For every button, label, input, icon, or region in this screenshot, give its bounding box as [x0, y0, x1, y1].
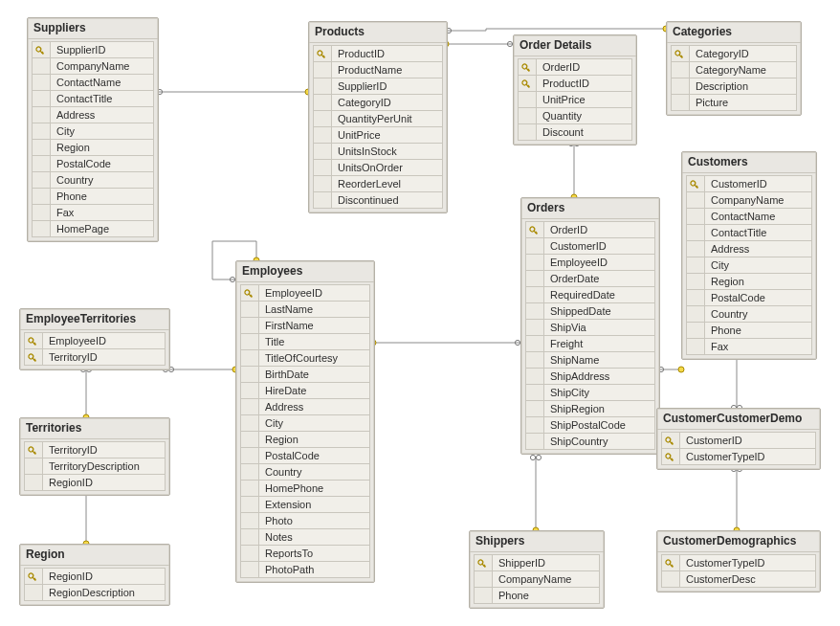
table-orders[interactable]: OrdersOrderIDCustomerIDEmployeeIDOrderDa… [520, 197, 660, 455]
table-title[interactable]: Orders [521, 198, 659, 219]
column-row[interactable]: OrderID [518, 58, 632, 76]
table-title[interactable]: EmployeeTerritories [20, 309, 169, 330]
column-row[interactable]: EmployeeID [240, 284, 370, 302]
table-title[interactable]: Customers [682, 152, 816, 173]
column-row[interactable]: HireDate [240, 382, 370, 399]
column-row[interactable]: Country [686, 305, 812, 323]
column-row[interactable]: ReportsTo [240, 545, 370, 562]
column-row[interactable]: ContactTitle [32, 90, 154, 107]
column-row[interactable]: Phone [474, 587, 600, 604]
column-row[interactable]: CustomerID [661, 432, 816, 449]
column-row[interactable]: ShipAddress [525, 368, 655, 385]
column-row[interactable]: CustomerTypeID [661, 554, 816, 571]
column-row[interactable]: FirstName [240, 317, 370, 334]
column-row[interactable]: PostalCode [240, 447, 370, 464]
column-row[interactable]: City [32, 123, 154, 140]
column-row[interactable]: Notes [240, 528, 370, 546]
column-row[interactable]: Freight [525, 335, 655, 352]
column-row[interactable]: LastName [240, 301, 370, 318]
column-row[interactable]: Region [686, 273, 812, 290]
column-row[interactable]: PhotoPath [240, 561, 370, 578]
column-row[interactable]: Fax [32, 204, 154, 221]
table-categories[interactable]: CategoriesCategoryIDCategoryNameDescript… [666, 21, 802, 116]
column-row[interactable]: UnitsInStock [313, 143, 443, 160]
table-suppliers[interactable]: SuppliersSupplierIDCompanyNameContactNam… [27, 17, 159, 242]
column-row[interactable]: CategoryName [671, 61, 797, 78]
column-row[interactable]: ShipCity [525, 384, 655, 401]
table-shippers[interactable]: ShippersShipperIDCompanyNamePhone [469, 530, 605, 609]
column-row[interactable]: ShippedDate [525, 302, 655, 320]
table-title[interactable]: Categories [667, 22, 801, 43]
table-title[interactable]: Order Details [514, 35, 636, 56]
column-row[interactable]: ProductName [313, 61, 443, 78]
column-row[interactable]: OrderID [525, 221, 655, 238]
column-row[interactable]: EmployeeID [525, 254, 655, 271]
column-row[interactable]: Phone [32, 188, 154, 205]
table-territories[interactable]: TerritoriesTerritoryIDTerritoryDescripti… [19, 417, 170, 496]
column-row[interactable]: TerritoryID [24, 441, 166, 458]
column-row[interactable]: Country [240, 463, 370, 481]
table-products[interactable]: ProductsProductIDProductNameSupplierIDCa… [308, 21, 448, 213]
column-row[interactable]: Extension [240, 496, 370, 513]
column-row[interactable]: Description [671, 78, 797, 95]
column-row[interactable]: UnitPrice [518, 91, 632, 108]
column-row[interactable]: SupplierID [32, 41, 154, 58]
column-row[interactable]: PostalCode [32, 155, 154, 172]
table-customerdemographics[interactable]: CustomerDemographicsCustomerTypeIDCustom… [656, 530, 821, 592]
column-row[interactable]: Discount [518, 123, 632, 141]
column-row[interactable]: Address [240, 398, 370, 415]
column-row[interactable]: CustomerTypeID [661, 448, 816, 465]
table-orderdetails[interactable]: Order DetailsOrderIDProductIDUnitPriceQu… [513, 34, 637, 145]
column-row[interactable]: Picture [671, 94, 797, 111]
column-row[interactable]: CustomerID [525, 237, 655, 255]
column-row[interactable]: EmployeeID [24, 332, 166, 349]
column-row[interactable]: ReorderLevel [313, 175, 443, 192]
table-title[interactable]: Employees [236, 261, 374, 282]
column-row[interactable]: ShipCountry [525, 433, 655, 450]
column-row[interactable]: ContactTitle [686, 224, 812, 241]
column-row[interactable]: Fax [686, 338, 812, 355]
column-row[interactable]: RegionID [24, 474, 166, 491]
column-row[interactable]: RegionID [24, 568, 166, 585]
column-row[interactable]: PostalCode [686, 289, 812, 306]
column-row[interactable]: Address [686, 240, 812, 257]
column-row[interactable]: Discontinued [313, 191, 443, 209]
table-employees[interactable]: EmployeesEmployeeIDLastNameFirstNameTitl… [235, 260, 375, 583]
column-row[interactable]: CompanyName [474, 570, 600, 588]
column-row[interactable]: CategoryID [313, 94, 443, 111]
column-row[interactable]: CustomerID [686, 175, 812, 192]
column-row[interactable]: Title [240, 333, 370, 350]
column-row[interactable]: CompanyName [32, 57, 154, 75]
column-row[interactable]: ShipVia [525, 319, 655, 336]
column-row[interactable]: Region [32, 139, 154, 156]
table-customercustomerdemo[interactable]: CustomerCustomerDemoCustomerIDCustomerTy… [656, 408, 821, 470]
table-title[interactable]: Products [309, 22, 447, 43]
column-row[interactable]: UnitsOnOrder [313, 159, 443, 176]
table-title[interactable]: CustomerCustomerDemo [657, 409, 820, 430]
column-row[interactable]: SupplierID [313, 78, 443, 95]
column-row[interactable]: Country [32, 171, 154, 189]
column-row[interactable]: RegionDescription [24, 584, 166, 601]
column-row[interactable]: Address [32, 106, 154, 123]
column-row[interactable]: HomePage [32, 220, 154, 237]
column-row[interactable]: OrderDate [525, 270, 655, 287]
table-title[interactable]: Suppliers [28, 18, 158, 39]
table-customers[interactable]: CustomersCustomerIDCompanyNameContactNam… [681, 151, 817, 360]
table-title[interactable]: Region [20, 545, 169, 566]
column-row[interactable]: HomePhone [240, 480, 370, 497]
column-row[interactable]: Photo [240, 512, 370, 529]
column-row[interactable]: City [686, 257, 812, 274]
table-title[interactable]: Shippers [470, 531, 604, 552]
column-row[interactable]: UnitPrice [313, 126, 443, 144]
column-row[interactable]: TerritoryDescription [24, 458, 166, 475]
column-row[interactable]: CompanyName [686, 191, 812, 209]
table-employeeterritories[interactable]: EmployeeTerritoriesEmployeeIDTerritoryID [19, 308, 170, 370]
column-row[interactable]: Region [240, 431, 370, 448]
column-row[interactable]: ContactName [686, 208, 812, 225]
column-row[interactable]: ContactName [32, 74, 154, 91]
table-title[interactable]: CustomerDemographics [657, 531, 820, 552]
column-row[interactable]: TitleOfCourtesy [240, 349, 370, 367]
column-row[interactable]: QuantityPerUnit [313, 110, 443, 127]
table-region[interactable]: RegionRegionIDRegionDescription [19, 544, 170, 606]
column-row[interactable]: ProductID [518, 75, 632, 92]
